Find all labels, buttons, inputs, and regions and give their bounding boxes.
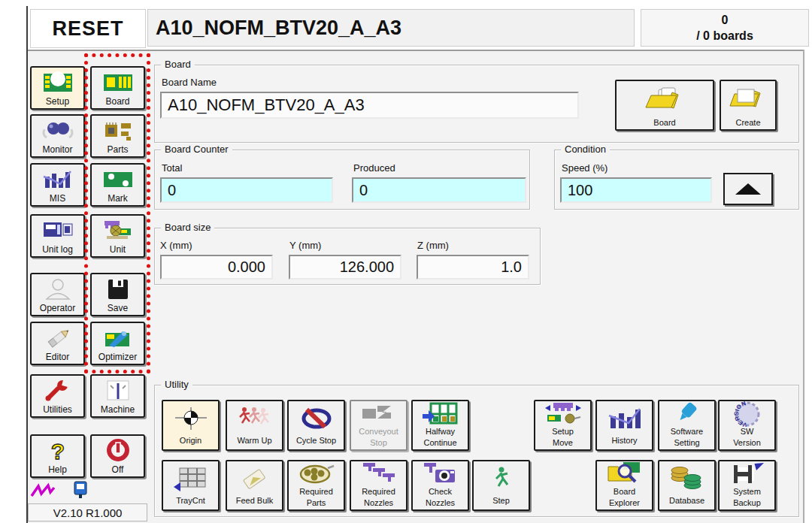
- feeder-unit-icon: [92, 216, 144, 245]
- utility-button-label2: Backup: [733, 498, 761, 507]
- gauge-icon: [92, 376, 144, 405]
- pcb-board-icon: [92, 68, 144, 97]
- reset-button[interactable]: RESET: [30, 9, 146, 48]
- sidebar-button-label: Machine: [101, 405, 135, 415]
- setup-move-icon: [535, 401, 590, 427]
- sidebar-button-monitor[interactable]: Monitor: [30, 114, 85, 158]
- sidebar-button-help[interactable]: ? Help: [30, 434, 85, 478]
- board-group-legend: Board: [161, 59, 195, 70]
- unit-log-icon: [32, 216, 83, 245]
- utility-button-label: Warm Up: [237, 436, 271, 445]
- check-nozzles-button[interactable]: Check Nozzles: [411, 460, 469, 511]
- operator-person-icon: [32, 274, 83, 304]
- conveyout-stop-icon: [351, 401, 406, 427]
- sidebar-button-editor[interactable]: Editor: [30, 322, 85, 365]
- sidebar-button-label: Unit: [110, 245, 126, 255]
- speed-label: Speed (%): [562, 162, 607, 174]
- tray-count-icon: [163, 461, 218, 496]
- board-size-y-field[interactable]: 126.000: [289, 255, 401, 280]
- condition-legend: Condition: [561, 144, 610, 155]
- warm-up-button[interactable]: Warm Up: [226, 400, 283, 451]
- database-button[interactable]: Database: [658, 460, 716, 511]
- sidebar-button-board[interactable]: Board: [90, 66, 145, 110]
- sidebar-button-save[interactable]: Save: [90, 273, 145, 316]
- required-nozzles-button[interactable]: Required Nozzles: [350, 460, 408, 511]
- board-explorer-button[interactable]: Board Explorer: [595, 460, 653, 511]
- sidebar-button-off[interactable]: Off: [90, 434, 145, 478]
- sidebar-button-setup[interactable]: Setup: [30, 66, 85, 110]
- utility-button-label: Software: [671, 427, 703, 436]
- software-version: V2.10 R1.000: [28, 503, 147, 521]
- monitor-eyes-icon: [32, 116, 83, 145]
- sidebar-button-unit-log[interactable]: Unit log: [30, 214, 85, 258]
- sidebar-button-mis[interactable]: MIS: [30, 163, 85, 207]
- board-size-x-field[interactable]: 0.000: [160, 255, 273, 280]
- sidebar-button-unit[interactable]: Unit: [90, 214, 145, 258]
- sw-version-button[interactable]: VERSION SW Version: [718, 400, 776, 451]
- sidebar-button-label: Help: [48, 465, 67, 475]
- utility-button-label: Database: [669, 496, 704, 505]
- board-open-button-label: Board: [653, 118, 675, 127]
- board-counter-display: 0 / 0 boards: [641, 9, 809, 47]
- sidebar-button-label: Save: [108, 304, 128, 313]
- software-setting-button[interactable]: Software Setting: [658, 400, 716, 451]
- board-size-z-field[interactable]: 1.0: [417, 255, 529, 280]
- sidebar-button-label: Setup: [46, 97, 69, 107]
- svg-text:?: ?: [50, 439, 64, 464]
- utility-button-label: Required: [362, 487, 395, 496]
- sidebar-button-parts[interactable]: Parts: [90, 114, 145, 158]
- boards-total-count: / 0 boards: [696, 28, 753, 44]
- utility-button-label: System: [733, 487, 761, 496]
- utility-button-label2: Explorer: [609, 498, 640, 507]
- speed-field[interactable]: 100: [560, 177, 712, 203]
- new-file-folder-icon: [721, 81, 775, 118]
- parts-chip-icon: [92, 116, 144, 145]
- feed-bulk-button[interactable]: Feed Bulk: [226, 460, 283, 511]
- check-nozzles-icon: [413, 461, 468, 487]
- sidebar-button-operator[interactable]: Operator: [30, 273, 85, 316]
- signature-icon: [30, 482, 56, 502]
- cycle-stop-icon: [289, 401, 344, 436]
- utility-button-label: Conveyout: [359, 427, 398, 436]
- machine-control-screen: RESET A10_NOFM_BTV20_A_A3 0 / 0 boards S…: [0, 0, 812, 523]
- sidebar-button-machine[interactable]: Machine: [90, 374, 145, 418]
- board-name-field[interactable]: A10_NOFM_BTV20_A_A3: [160, 92, 579, 119]
- halfway-continue-button[interactable]: Halfway Continue: [411, 400, 469, 451]
- history-chart-icon: [597, 401, 652, 436]
- total-label: Total: [162, 162, 182, 174]
- utility-button-label: History: [611, 436, 637, 445]
- cycle-stop-button[interactable]: Cycle Stop: [287, 400, 345, 451]
- sidebar-button-label: Utilities: [43, 405, 72, 415]
- utility-button-label2: Parts: [307, 498, 326, 507]
- produced-label: Produced: [353, 162, 395, 174]
- halfway-continue-icon: [413, 401, 468, 427]
- status-strip: [30, 482, 143, 502]
- origin-button[interactable]: Origin: [162, 400, 220, 451]
- create-board-button[interactable]: Create: [720, 80, 777, 131]
- power-off-icon: [92, 436, 144, 465]
- required-nozzles-icon: [351, 461, 406, 487]
- produced-field[interactable]: 0: [352, 177, 526, 203]
- board-open-button[interactable]: Board: [615, 80, 714, 131]
- origin-crosshair-icon: [163, 401, 218, 436]
- speed-up-button[interactable]: [723, 173, 773, 205]
- sidebar-button-optimizer[interactable]: Optimizer: [90, 322, 145, 365]
- setup-move-button[interactable]: Setup Move: [534, 400, 592, 451]
- utility-button-label: Feed Bulk: [236, 496, 274, 505]
- required-parts-icon: [289, 461, 344, 487]
- utility-button-label: Board: [614, 487, 635, 496]
- history-button[interactable]: History: [595, 400, 653, 451]
- required-parts-button[interactable]: Required Parts: [287, 460, 345, 511]
- pencil-editor-icon: [32, 323, 83, 352]
- system-backup-button[interactable]: System Backup: [718, 460, 776, 511]
- utility-button-label: Check: [429, 487, 452, 496]
- sidebar-button-utilities[interactable]: Utilities: [30, 374, 85, 418]
- utility-button-label2: Stop: [370, 438, 387, 447]
- tray-count-button[interactable]: TrayCnt: [162, 460, 220, 511]
- step-button[interactable]: Step: [472, 460, 530, 511]
- sidebar-button-mark[interactable]: Mark: [90, 163, 145, 207]
- floppy-save-icon: [92, 274, 144, 304]
- board-size-x-label: X (mm): [160, 240, 192, 251]
- board-size-z-label: Z (mm): [417, 240, 449, 251]
- total-field[interactable]: 0: [160, 177, 333, 203]
